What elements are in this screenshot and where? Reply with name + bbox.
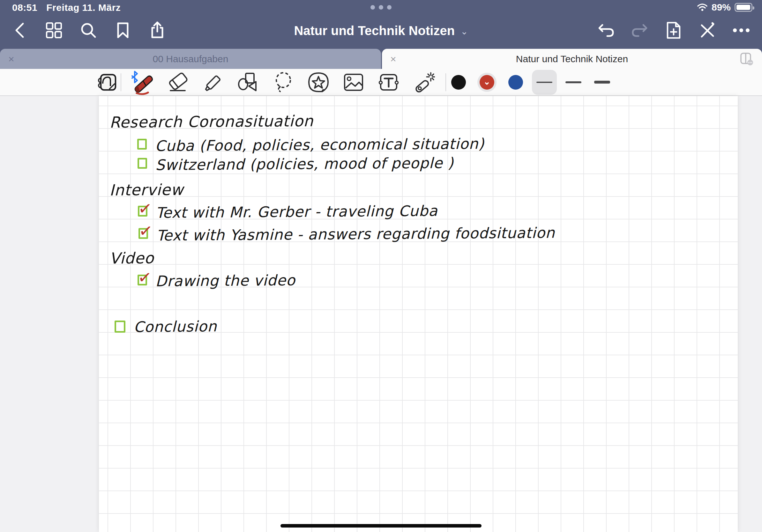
note-todo-line: ✓ Conclusion xyxy=(114,318,217,335)
thickness-option-thin[interactable] xyxy=(532,70,557,95)
tab-label: 00 Hausaufgaben xyxy=(153,54,228,64)
todo-checkbox[interactable]: ✓ xyxy=(137,139,147,150)
handwritten-text: Switzerland (policies, mood of people ) xyxy=(155,154,454,174)
checkmark-icon: ✓ xyxy=(137,198,153,219)
eraser-tool[interactable] xyxy=(166,70,190,95)
nav-bar: Natur und Technik Notizen ⌄ xyxy=(0,13,762,48)
battery-percent: 89% xyxy=(712,2,731,13)
color-swatch-blue[interactable] xyxy=(508,75,523,90)
handwritten-text: Video xyxy=(110,249,154,267)
status-bar: 08:51 Freitag 11. März 89% xyxy=(0,0,762,13)
clock: 08:51 xyxy=(12,2,37,13)
battery-icon xyxy=(734,3,752,12)
toolbar-divider xyxy=(445,73,446,91)
handwritten-text: Drawing the video xyxy=(155,271,295,290)
fountain-pen-tool[interactable] xyxy=(128,70,156,95)
color-swatch-black[interactable] xyxy=(451,75,466,90)
handwritten-text: Interview xyxy=(110,180,184,199)
undo-button[interactable] xyxy=(596,21,616,40)
color-swatch-red[interactable]: ⌄ xyxy=(480,75,494,90)
toolbar-divider xyxy=(120,73,121,91)
handwritten-text: Research Coronasituation xyxy=(110,112,314,131)
chevron-down-icon: ⌄ xyxy=(484,78,491,86)
checkmark-icon: ✓ xyxy=(137,267,153,288)
stylus-settings-button[interactable] xyxy=(96,70,120,95)
pen-toolbar: ⌄ xyxy=(0,69,762,96)
todo-checkbox[interactable]: ✓ xyxy=(138,228,148,239)
handwritten-text: Cuba (Food, policies, economical situati… xyxy=(155,135,485,154)
thickness-option-medium[interactable] xyxy=(561,70,586,95)
todo-checkbox[interactable]: ✓ xyxy=(138,206,147,217)
share-button[interactable] xyxy=(147,21,167,40)
more-options-button[interactable] xyxy=(731,21,751,40)
todo-checkbox[interactable]: ✓ xyxy=(137,275,147,286)
handwritten-text: Text with Yasmine - answers regarding fo… xyxy=(156,224,555,244)
todo-checkbox[interactable]: ✓ xyxy=(114,320,125,333)
thickness-option-thick[interactable] xyxy=(590,70,615,95)
tab-label: Natur und Technik Notizen xyxy=(516,54,628,64)
top-bar: 08:51 Freitag 11. März 89% xyxy=(0,0,762,48)
checkmark-icon: ✓ xyxy=(138,221,154,241)
note-todo-line: ✓ Drawing the video xyxy=(137,272,295,289)
note-page[interactable]: Research Coronasituation ✓ Cuba (Food, p… xyxy=(99,96,738,532)
elements-tool[interactable] xyxy=(306,70,331,95)
image-tool[interactable] xyxy=(342,70,366,95)
note-todo-line: ✓ Text with Mr. Gerber - traveling Cuba xyxy=(138,203,437,220)
title-chevron-icon: ⌄ xyxy=(460,26,468,37)
bluetooth-icon xyxy=(132,71,137,83)
home-indicator[interactable] xyxy=(280,524,482,528)
lasso-tool[interactable] xyxy=(271,70,295,95)
note-heading: Interview xyxy=(110,181,184,199)
close-tab-icon[interactable]: × xyxy=(6,52,16,66)
wifi-icon xyxy=(697,3,708,12)
handwritten-text: Conclusion xyxy=(134,318,217,336)
highlighter-tool[interactable] xyxy=(201,70,225,95)
readonly-pen-button[interactable] xyxy=(698,21,717,40)
tab-hausaufgaben[interactable]: × 00 Hausaufgaben xyxy=(0,49,381,69)
bookmark-button[interactable] xyxy=(113,21,133,40)
redo-button[interactable] xyxy=(630,21,650,40)
note-todo-line: ✓ Cuba (Food, policies, economical situa… xyxy=(137,136,485,154)
canvas-area: Research Coronasituation ✓ Cuba (Food, p… xyxy=(0,96,762,532)
todo-checkbox[interactable]: ✓ xyxy=(137,158,147,169)
laser-pointer-tool[interactable] xyxy=(412,70,436,95)
split-view-icon[interactable] xyxy=(740,52,754,66)
handwritten-text: Text with Mr. Gerber - traveling Cuba xyxy=(156,202,438,221)
notebook-title[interactable]: Natur und Technik Notizen ⌄ xyxy=(294,24,468,38)
note-todo-line: ✓ Text with Yasmine - answers regarding … xyxy=(138,226,555,243)
shapes-tool[interactable] xyxy=(236,70,261,95)
note-heading: Research Coronasituation xyxy=(110,112,313,130)
date: Freitag 11. März xyxy=(46,2,120,13)
tab-natur-und-technik[interactable]: × Natur und Technik Notizen xyxy=(382,49,762,69)
thumbnails-grid-button[interactable] xyxy=(44,21,64,40)
text-tool[interactable] xyxy=(377,70,401,95)
multitask-indicator-icon[interactable] xyxy=(370,5,392,10)
close-tab-icon[interactable]: × xyxy=(388,52,398,66)
add-page-button[interactable] xyxy=(664,21,683,40)
back-button[interactable] xyxy=(10,21,29,40)
note-heading: Video xyxy=(110,249,154,267)
document-tab-bar: × 00 Hausaufgaben × Natur und Technik No… xyxy=(0,48,762,69)
search-button[interactable] xyxy=(79,21,98,40)
note-todo-line: ✓ Switzerland (policies, mood of people … xyxy=(137,155,454,172)
